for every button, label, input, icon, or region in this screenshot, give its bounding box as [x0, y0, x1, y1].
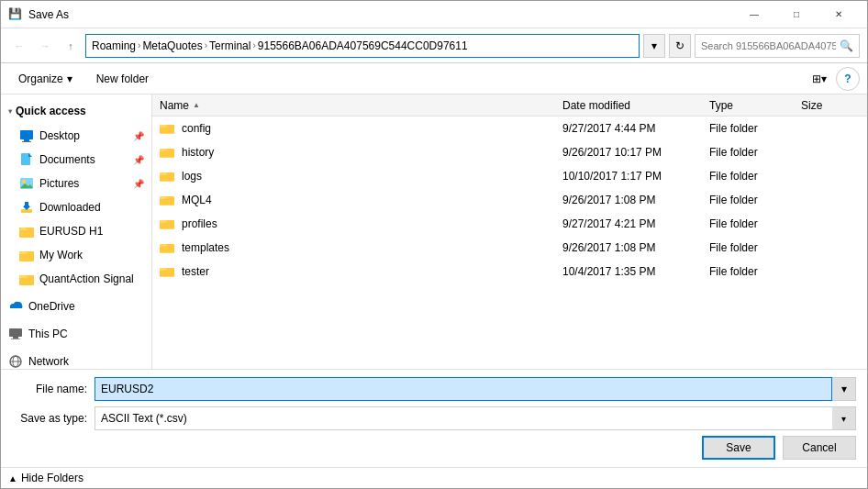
file-name: config — [182, 122, 211, 135]
col-header-date[interactable]: Date modified — [555, 99, 702, 112]
organize-label: Organize — [18, 72, 63, 85]
organize-button[interactable]: Organize ▾ — [8, 67, 83, 91]
file-name: tester — [182, 265, 209, 278]
folder-icon — [160, 264, 174, 279]
svg-rect-18 — [11, 339, 20, 339]
savetype-label: Save as type: — [12, 412, 95, 425]
col-header-type[interactable]: Type — [702, 99, 794, 112]
svg-rect-1 — [24, 139, 29, 141]
table-row[interactable]: config 9/27/2017 4:44 PM File folder — [152, 117, 867, 140]
documents-label: Documents — [39, 153, 95, 166]
search-icon: 🔍 — [840, 39, 853, 52]
quick-access-header[interactable]: ▾ Quick access — [1, 98, 151, 124]
sidebar-item-network[interactable]: Network — [1, 350, 151, 369]
documents-icon — [19, 152, 34, 167]
file-date: 9/26/2017 1:08 PM — [555, 194, 702, 206]
sidebar-item-onedrive[interactable]: OneDrive — [1, 295, 151, 318]
table-row[interactable]: history 9/26/2017 10:17 PM File folder — [152, 140, 867, 164]
address-bar: ← → ↑ Roaming › MetaQuotes › Terminal › … — [1, 28, 867, 63]
sidebar-item-documents[interactable]: Documents 📌 — [1, 148, 151, 172]
path-terminal[interactable]: Terminal — [209, 39, 250, 52]
file-list-header: Name ▲ Date modified Type Size — [152, 94, 867, 117]
sidebar-item-mywork[interactable]: My Work — [1, 243, 151, 267]
network-section: Network — [1, 350, 151, 369]
pictures-icon — [19, 176, 34, 191]
file-date: 10/10/2017 1:17 PM — [555, 170, 702, 183]
savetype-value[interactable]: ASCII Text (*.csv) — [95, 406, 856, 430]
filename-dropdown-arrow[interactable]: ▾ — [832, 377, 856, 401]
view-button[interactable]: ⊞ ▾ — [807, 67, 832, 91]
view-icon: ⊞ — [812, 72, 821, 85]
sort-icon: ▲ — [193, 101, 200, 109]
table-row[interactable]: profiles 9/27/2017 4:21 PM File folder — [152, 212, 867, 236]
file-type: File folder — [702, 170, 794, 183]
save-button[interactable]: Save — [702, 436, 775, 460]
svg-rect-29 — [160, 196, 165, 199]
file-type: File folder — [702, 194, 794, 206]
table-row[interactable]: templates 9/26/2017 1:08 PM File folder — [152, 236, 867, 260]
file-date: 9/26/2017 10:17 PM — [555, 146, 702, 159]
sidebar-item-pictures[interactable]: Pictures 📌 — [1, 172, 151, 195]
svg-rect-25 — [160, 149, 165, 151]
file-type: File folder — [702, 217, 794, 230]
file-name: profiles — [182, 217, 217, 230]
cancel-button[interactable]: Cancel — [783, 436, 856, 460]
mywork-folder-icon — [19, 248, 34, 262]
hide-folders-label: Hide Folders — [21, 472, 83, 484]
path-dropdown-button[interactable]: ▾ — [643, 34, 665, 58]
help-button[interactable]: ? — [836, 67, 860, 91]
table-row[interactable]: tester 10/4/2017 1:35 PM File folder — [152, 260, 867, 283]
filename-input[interactable] — [95, 377, 832, 401]
new-folder-button[interactable]: New folder — [86, 67, 159, 91]
table-row[interactable]: logs 10/10/2017 1:17 PM File folder — [152, 164, 867, 188]
table-row[interactable]: MQL4 9/26/2017 1:08 PM File folder — [152, 188, 867, 212]
search-input[interactable] — [701, 40, 836, 51]
back-button[interactable]: ← — [8, 35, 30, 57]
savetype-dropdown-arrow[interactable]: ▾ — [832, 406, 856, 430]
search-box[interactable]: 🔍 — [695, 34, 860, 58]
sidebar-item-thispc[interactable]: This PC — [1, 322, 151, 346]
file-type: File folder — [702, 122, 794, 135]
onedrive-icon — [8, 299, 23, 314]
sidebar-item-desktop[interactable]: Desktop 📌 — [1, 124, 151, 148]
hide-folders-chevron-icon: ▲ — [8, 473, 17, 483]
cancel-label: Cancel — [802, 441, 836, 454]
folder-icon — [160, 121, 174, 136]
svg-rect-27 — [160, 172, 165, 175]
refresh-button[interactable]: ↻ — [669, 34, 691, 58]
quantaction-folder-icon — [19, 272, 34, 286]
sidebar-item-eurusd[interactable]: EURUSD H1 — [1, 219, 151, 243]
forward-button[interactable]: → — [34, 35, 56, 57]
new-folder-label: New folder — [96, 72, 149, 85]
file-type: File folder — [702, 265, 794, 278]
folder-icon — [160, 193, 174, 207]
svg-rect-16 — [9, 328, 22, 337]
path-guid[interactable]: 915566BA06ADA407569C544CC0D97611 — [258, 39, 468, 52]
sidebar-item-downloaded[interactable]: Downloaded — [1, 195, 151, 219]
title-bar: 💾 Save As — □ ✕ — [1, 1, 867, 28]
hide-folders-row[interactable]: ▲ Hide Folders — [1, 467, 867, 488]
file-name: logs — [182, 170, 202, 183]
col-header-name[interactable]: Name ▲ — [152, 99, 555, 112]
col-header-size[interactable]: Size — [794, 99, 867, 112]
thispc-icon — [8, 327, 23, 341]
file-date: 9/26/2017 1:08 PM — [555, 241, 702, 254]
downloaded-label: Downloaded — [39, 201, 101, 214]
sidebar: ▾ Quick access Desktop 📌 Documents — [1, 94, 152, 369]
maximize-button[interactable]: □ — [775, 1, 818, 28]
svg-rect-2 — [22, 141, 31, 142]
svg-rect-31 — [160, 220, 165, 223]
up-button[interactable]: ↑ — [60, 35, 82, 57]
path-metaquotes[interactable]: MetaQuotes — [142, 39, 202, 52]
folder-icon — [160, 169, 174, 183]
view-chevron-icon: ▾ — [821, 72, 827, 85]
minimize-button[interactable]: — — [733, 1, 775, 28]
file-list: Name ▲ Date modified Type Size config 9/… — [152, 94, 867, 369]
close-button[interactable]: ✕ — [818, 1, 860, 28]
address-path[interactable]: Roaming › MetaQuotes › Terminal › 915566… — [85, 34, 640, 58]
path-roaming[interactable]: Roaming — [92, 39, 136, 52]
svg-rect-35 — [160, 268, 165, 271]
sidebar-item-quantaction[interactable]: QuantAction Signal — [1, 267, 151, 291]
thispc-section: This PC — [1, 322, 151, 346]
save-as-dialog: 💾 Save As — □ ✕ ← → ↑ Roaming › MetaQuot… — [0, 0, 868, 489]
